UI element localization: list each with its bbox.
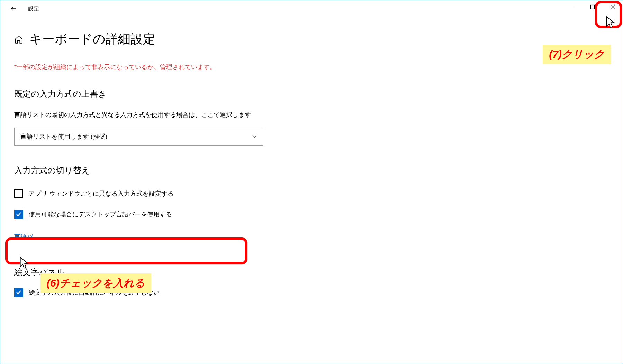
dropdown-value: 言語リストを使用します (推奨) — [20, 132, 107, 141]
override-description: 言語リストの最初の入力方式と異なる入力方式を使用する場合は、ここで選択します — [14, 110, 267, 120]
arrow-left-icon — [10, 5, 17, 12]
back-button[interactable] — [7, 2, 20, 16]
langbar-options-link[interactable]: 言語バ — [14, 233, 33, 241]
emoji-heading: 絵文字パネル — [14, 267, 609, 278]
titlebar: 設定 — [0, 0, 623, 17]
content-area: キーボードの詳細設定 *一部の設定が組織によって非表示になっているか、管理されて… — [0, 17, 623, 297]
desktop-langbar-row: 使用可能な場合にデスクトップ言語バーを使用する — [14, 210, 609, 219]
maximize-icon — [590, 4, 595, 9]
page-header: キーボードの詳細設定 — [14, 31, 609, 48]
override-heading: 既定の入力方式の上書き — [14, 88, 609, 100]
emoji-autoclose-label: 絵文字の入力後に自動的にパネルを終了しない — [29, 288, 160, 297]
minimize-icon — [570, 4, 575, 9]
chevron-down-icon — [252, 134, 257, 139]
emoji-autoclose-checkbox[interactable] — [14, 288, 23, 297]
maximize-button[interactable] — [583, 0, 603, 13]
default-input-dropdown[interactable]: 言語リストを使用します (推奨) — [14, 128, 263, 146]
per-app-input-checkbox[interactable] — [14, 189, 23, 198]
org-warning-text: *一部の設定が組織によって非表示になっているか、管理されています。 — [14, 63, 609, 71]
page-title: キーボードの詳細設定 — [29, 31, 155, 48]
home-icon — [14, 35, 23, 44]
emoji-autoclose-row: 絵文字の入力後に自動的にパネルを終了しない — [14, 288, 609, 297]
switching-heading: 入力方式の切り替え — [14, 165, 609, 176]
app-title: 設定 — [28, 5, 39, 12]
desktop-langbar-checkbox[interactable] — [14, 210, 23, 219]
close-button[interactable] — [603, 0, 623, 13]
home-button[interactable] — [14, 35, 23, 44]
close-icon — [610, 4, 615, 9]
minimize-button[interactable] — [562, 0, 583, 13]
svg-rect-1 — [591, 5, 595, 9]
per-app-input-label: アプリ ウィンドウごとに異なる入力方式を設定する — [29, 189, 174, 198]
desktop-langbar-label: 使用可能な場合にデスクトップ言語バーを使用する — [29, 210, 172, 218]
window-controls — [562, 0, 623, 13]
per-app-input-row: アプリ ウィンドウごとに異なる入力方式を設定する — [14, 189, 609, 198]
